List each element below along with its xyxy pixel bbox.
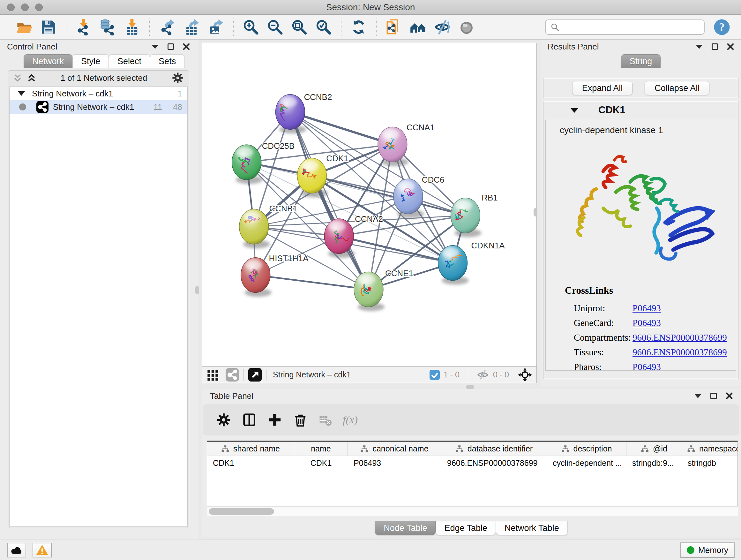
first-neighbors-button[interactable] bbox=[408, 17, 428, 37]
column-header-name[interactable]: name bbox=[294, 442, 348, 455]
float-panel-button[interactable] bbox=[711, 393, 717, 399]
network-node-HIST1H1A[interactable] bbox=[241, 258, 270, 293]
export-table-to-file-button[interactable] bbox=[181, 17, 202, 37]
entry-expand-icon[interactable] bbox=[570, 108, 579, 113]
search-input[interactable] bbox=[560, 22, 699, 33]
save-session-button[interactable] bbox=[38, 17, 59, 37]
refresh-network-button[interactable] bbox=[348, 17, 369, 37]
expand-all-button[interactable]: Expand All bbox=[572, 81, 633, 95]
export-network-to-file-button[interactable] bbox=[157, 17, 178, 37]
crosslink-row: GeneCard: P06493 bbox=[565, 315, 730, 330]
network-edge-CCNB2-CCNE1[interactable] bbox=[290, 112, 368, 290]
zoom-fit-content-button[interactable] bbox=[289, 17, 310, 37]
crosslink-row: Pharos: P06493 bbox=[565, 360, 730, 371]
tab-network[interactable]: Network bbox=[23, 54, 72, 68]
column-header-shared-name[interactable]: shared name bbox=[207, 442, 294, 455]
share-network-icon[interactable] bbox=[226, 368, 239, 381]
open-session-button[interactable] bbox=[14, 17, 35, 37]
network-collection-row[interactable]: String Network – cdk1 1 bbox=[10, 87, 187, 100]
hidden-eye-icon[interactable] bbox=[476, 368, 489, 381]
selected-checkbox-icon[interactable] bbox=[429, 370, 440, 380]
delete-column-icon[interactable] bbox=[293, 413, 308, 427]
crosslink-link[interactable]: 9606.ENSP00000378699 bbox=[632, 332, 727, 343]
network-node-CCNA2[interactable] bbox=[324, 219, 354, 254]
column-header-description[interactable]: description bbox=[547, 442, 626, 455]
expand-all-networks-icon[interactable] bbox=[27, 73, 36, 82]
delete-table-icon[interactable] bbox=[319, 413, 332, 427]
add-column-icon[interactable] bbox=[267, 413, 282, 427]
column-header-namespace[interactable]: namespace bbox=[682, 442, 738, 455]
column-header-database-identifier[interactable]: database identifier bbox=[441, 442, 547, 455]
zoom-out-button[interactable] bbox=[265, 17, 285, 37]
network-node-CCNE1[interactable] bbox=[354, 272, 383, 307]
tab-select[interactable]: Select bbox=[109, 54, 150, 68]
crosslink-link[interactable]: 9606.ENSP00000378699 bbox=[632, 347, 727, 358]
collapse-all-button[interactable]: Collapse All bbox=[645, 81, 710, 95]
close-panel-icon[interactable] bbox=[727, 43, 734, 50]
zoom-in-button[interactable] bbox=[241, 17, 261, 37]
close-panel-icon[interactable] bbox=[726, 392, 733, 399]
panel-menu-icon[interactable] bbox=[696, 45, 703, 49]
gear-icon[interactable] bbox=[172, 72, 184, 84]
network-node-CDKN1A[interactable] bbox=[438, 246, 468, 281]
hide-selected-button[interactable] bbox=[432, 17, 453, 37]
scrollbar-thumb[interactable] bbox=[209, 508, 274, 515]
float-panel-button[interactable] bbox=[712, 44, 718, 50]
table-gear-icon[interactable] bbox=[216, 413, 231, 427]
show-columns-icon[interactable] bbox=[242, 413, 257, 427]
function-builder-icon[interactable]: f(x) bbox=[343, 414, 358, 426]
table-panel: Table Panel bbox=[202, 389, 741, 537]
table-cell: P06493 bbox=[348, 456, 441, 470]
network-edge-CCNA2-CDKN1A[interactable] bbox=[339, 236, 453, 263]
birdseye-view-icon[interactable] bbox=[248, 368, 262, 381]
import-table-from-file-button[interactable] bbox=[122, 17, 142, 37]
import-network-from-database-button[interactable] bbox=[98, 17, 118, 37]
node-entry-header[interactable]: CDK1 bbox=[543, 101, 738, 119]
network-row[interactable]: String Network – cdk1 11 48 bbox=[10, 100, 187, 114]
panel-menu-icon[interactable] bbox=[151, 45, 158, 49]
table-horizontal-scrollbar[interactable] bbox=[207, 506, 738, 516]
tab-sets[interactable]: Sets bbox=[150, 54, 185, 68]
left-splitter-handle[interactable] bbox=[195, 286, 199, 294]
search-field[interactable] bbox=[545, 19, 704, 35]
zoom-selected-button[interactable] bbox=[313, 17, 334, 37]
memory-button[interactable]: Memory bbox=[680, 543, 735, 558]
import-network-from-file-button[interactable] bbox=[73, 17, 94, 37]
cloud-button[interactable] bbox=[7, 543, 26, 557]
panel-menu-icon[interactable] bbox=[694, 394, 701, 398]
column-header-@id[interactable]: @id bbox=[626, 442, 682, 455]
tab-node-table[interactable]: Node Table bbox=[375, 521, 435, 535]
right-splitter-handle[interactable] bbox=[534, 208, 537, 216]
network-edge-HIST1H1A-CCNE1[interactable] bbox=[256, 275, 368, 290]
show-all-button[interactable] bbox=[456, 17, 477, 37]
crosslink-link[interactable]: P06493 bbox=[632, 303, 661, 314]
close-panel-icon[interactable] bbox=[183, 43, 190, 50]
crosslink-link[interactable]: P06493 bbox=[632, 362, 661, 371]
collection-expand-icon[interactable] bbox=[18, 91, 25, 96]
network-node-CDC6[interactable] bbox=[394, 179, 423, 214]
network-node-CCNA1[interactable] bbox=[378, 127, 407, 162]
share-document-button[interactable] bbox=[384, 17, 404, 37]
network-node-CCNB2[interactable] bbox=[276, 95, 305, 130]
tab-network-table[interactable]: Network Table bbox=[496, 521, 568, 535]
grid-view-icon[interactable] bbox=[206, 368, 219, 381]
crosslink-link[interactable]: P06493 bbox=[632, 318, 661, 328]
collapse-all-networks-icon[interactable] bbox=[13, 73, 22, 82]
warnings-button[interactable] bbox=[32, 543, 52, 557]
fit-selected-crosshair-icon[interactable] bbox=[518, 368, 532, 382]
tab-string[interactable]: String bbox=[621, 54, 661, 68]
network-node-CCNB1[interactable] bbox=[239, 209, 269, 244]
column-header-canonical-name[interactable]: canonical name bbox=[348, 442, 441, 455]
bottom-splitter-handle[interactable] bbox=[466, 385, 474, 389]
network-canvas[interactable]: CCNB2CCNA1CDC25BCDK1CDC6RB1CCNB1CCNA2CDK… bbox=[202, 43, 537, 367]
float-panel-button[interactable] bbox=[167, 44, 174, 50]
help-button[interactable]: ? bbox=[713, 18, 731, 36]
tab-style[interactable]: Style bbox=[72, 54, 109, 68]
network-node-CDC25B[interactable] bbox=[232, 145, 261, 180]
tab-edge-table[interactable]: Edge Table bbox=[435, 521, 496, 535]
export-image-button[interactable] bbox=[205, 17, 226, 37]
network-node-CDK1[interactable] bbox=[297, 158, 327, 193]
main-toolbar: ? bbox=[0, 15, 741, 40]
network-node-RB1[interactable] bbox=[451, 198, 480, 233]
table-row[interactable]: CDK1CDK1P064939606.ENSP00000378699cyclin… bbox=[207, 456, 738, 470]
